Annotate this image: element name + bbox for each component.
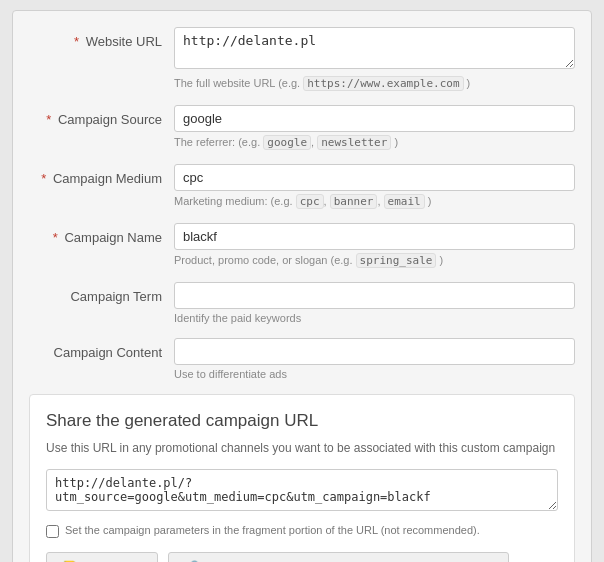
copy-url-button[interactable]: 📒 Copy URL bbox=[46, 552, 158, 562]
fragment-checkbox[interactable] bbox=[46, 525, 59, 538]
required-star: * bbox=[74, 34, 79, 49]
campaign-source-row: * Campaign Source The referrer: (e.g. go… bbox=[29, 105, 575, 150]
form-section: * Website URL The full website URL (e.g.… bbox=[13, 27, 591, 380]
campaign-source-input[interactable] bbox=[174, 105, 575, 132]
fragment-label: Set the campaign parameters in the fragm… bbox=[65, 523, 480, 538]
share-title: Share the generated campaign URL bbox=[46, 411, 558, 431]
campaign-term-label: Campaign Term bbox=[29, 282, 174, 306]
main-container: * Website URL The full website URL (e.g.… bbox=[12, 10, 592, 562]
campaign-source-hint: The referrer: (e.g. google, newsletter ) bbox=[174, 135, 575, 150]
generated-url-output[interactable] bbox=[46, 469, 558, 511]
campaign-content-label: Campaign Content bbox=[29, 338, 174, 362]
campaign-medium-input[interactable] bbox=[174, 164, 575, 191]
share-description: Use this URL in any promotional channels… bbox=[46, 439, 558, 457]
website-url-row: * Website URL The full website URL (e.g.… bbox=[29, 27, 575, 91]
required-star: * bbox=[53, 230, 58, 245]
campaign-medium-row: * Campaign Medium Marketing medium: (e.g… bbox=[29, 164, 575, 209]
website-url-hint: The full website URL (e.g. https://www.e… bbox=[174, 76, 575, 91]
website-url-label: * Website URL bbox=[29, 27, 174, 51]
campaign-source-input-col: The referrer: (e.g. google, newsletter ) bbox=[174, 105, 575, 150]
required-star: * bbox=[46, 112, 51, 127]
campaign-medium-input-col: Marketing medium: (e.g. cpc, banner, ema… bbox=[174, 164, 575, 209]
campaign-content-hint: Use to differentiate ads bbox=[174, 368, 575, 380]
campaign-content-row: Campaign Content Use to differentiate ad… bbox=[29, 338, 575, 380]
website-url-input-col: The full website URL (e.g. https://www.e… bbox=[174, 27, 575, 91]
action-buttons: 📒 Copy URL 🔗 Convert URL to Short Link (… bbox=[46, 552, 558, 562]
convert-url-button[interactable]: 🔗 Convert URL to Short Link (authorizati… bbox=[168, 552, 509, 562]
campaign-term-row: Campaign Term Identify the paid keywords bbox=[29, 282, 575, 324]
campaign-term-input[interactable] bbox=[174, 282, 575, 309]
share-section: Share the generated campaign URL Use thi… bbox=[29, 394, 575, 562]
website-url-input[interactable] bbox=[174, 27, 575, 69]
campaign-name-row: * Campaign Name Product, promo code, or … bbox=[29, 223, 575, 268]
campaign-medium-hint: Marketing medium: (e.g. cpc, banner, ema… bbox=[174, 194, 575, 209]
required-star: * bbox=[41, 171, 46, 186]
campaign-name-hint: Product, promo code, or slogan (e.g. spr… bbox=[174, 253, 575, 268]
campaign-source-label: * Campaign Source bbox=[29, 105, 174, 129]
campaign-term-input-col: Identify the paid keywords bbox=[174, 282, 575, 324]
campaign-name-input[interactable] bbox=[174, 223, 575, 250]
fragment-check-row: Set the campaign parameters in the fragm… bbox=[46, 523, 558, 538]
campaign-name-label: * Campaign Name bbox=[29, 223, 174, 247]
campaign-term-hint: Identify the paid keywords bbox=[174, 312, 575, 324]
campaign-name-input-col: Product, promo code, or slogan (e.g. spr… bbox=[174, 223, 575, 268]
campaign-content-input-col: Use to differentiate ads bbox=[174, 338, 575, 380]
campaign-medium-label: * Campaign Medium bbox=[29, 164, 174, 188]
campaign-content-input[interactable] bbox=[174, 338, 575, 365]
